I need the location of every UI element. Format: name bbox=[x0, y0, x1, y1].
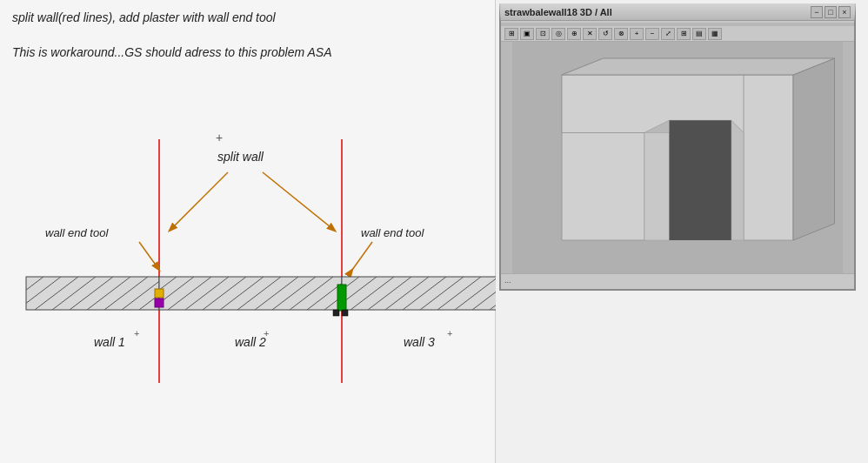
annotation-area: + + + + bbox=[0, 0, 496, 463]
svg-text:+: + bbox=[216, 131, 223, 144]
svg-line-7 bbox=[263, 172, 335, 231]
svg-line-6 bbox=[170, 172, 228, 231]
toolbar-icon-9[interactable]: + bbox=[630, 28, 644, 40]
wall-label-2: wall 2 bbox=[235, 335, 266, 349]
annotation-subtitle: This is workaround...GS should adress to… bbox=[12, 45, 332, 59]
toolbar-icon-10[interactable]: − bbox=[645, 28, 659, 40]
toolbar-icon-3[interactable]: ⊡ bbox=[536, 28, 550, 40]
svg-rect-38 bbox=[342, 277, 496, 310]
svg-marker-65 bbox=[744, 75, 793, 240]
3d-shape-svg bbox=[501, 42, 854, 273]
minimize-button[interactable]: − bbox=[811, 6, 823, 18]
split-wall-label: split wall bbox=[217, 150, 264, 164]
toolbar-icon-6[interactable]: ✕ bbox=[583, 28, 597, 40]
svg-rect-58 bbox=[155, 299, 164, 307]
toolbar-icon-14[interactable]: ▦ bbox=[708, 28, 722, 40]
svg-marker-68 bbox=[731, 120, 744, 240]
svg-rect-61 bbox=[342, 310, 348, 316]
titlebar-buttons: − □ × bbox=[811, 6, 851, 18]
toolbar-icon-12[interactable]: ⊞ bbox=[677, 28, 691, 40]
annotation-title: split wall(red lines), add plaster with … bbox=[12, 10, 276, 24]
wall-end-label-left: wall end tool bbox=[45, 226, 108, 239]
view-3d-toolbar: ⊞ ▣ ⊡ ◎ ⊕ ✕ ↺ ⊗ + − ⤢ ⊞ ▤ ▦ bbox=[501, 26, 854, 42]
svg-rect-57 bbox=[155, 289, 164, 298]
toolbar-icon-7[interactable]: ↺ bbox=[598, 28, 612, 40]
svg-line-10 bbox=[352, 242, 372, 270]
wall-label-3: wall 3 bbox=[404, 335, 435, 349]
view-3d-title: strawbalewall18 3D / All bbox=[504, 7, 811, 17]
svg-rect-59 bbox=[337, 285, 346, 311]
maximize-button[interactable]: □ bbox=[825, 6, 837, 18]
toolbar-icon-1[interactable]: ⊞ bbox=[504, 28, 518, 40]
svg-marker-71 bbox=[562, 58, 835, 75]
close-button[interactable]: × bbox=[838, 6, 851, 18]
svg-rect-13 bbox=[26, 277, 159, 310]
toolbar-icon-8[interactable]: ⊗ bbox=[614, 28, 628, 40]
svg-line-9 bbox=[139, 242, 159, 270]
bottom-toolbar-status: ··· bbox=[504, 278, 851, 286]
wall-label-1: wall 1 bbox=[94, 335, 125, 349]
toolbar-icon-5[interactable]: ⊕ bbox=[567, 28, 581, 40]
view-3d-window: strawbalewall18 3D / All − □ × ⊞ ▣ ⊡ ◎ ⊕… bbox=[499, 3, 856, 291]
wall-end-label-right: wall end tool bbox=[361, 226, 424, 239]
toolbar-icon-4[interactable]: ◎ bbox=[551, 28, 565, 40]
svg-marker-69 bbox=[670, 120, 731, 240]
view-3d-titlebar: strawbalewall18 3D / All − □ × bbox=[501, 3, 854, 21]
svg-marker-66 bbox=[644, 120, 670, 240]
svg-rect-24 bbox=[159, 277, 342, 310]
toolbar-icon-11[interactable]: ⤢ bbox=[661, 28, 675, 40]
toolbar-icon-13[interactable]: ▤ bbox=[692, 28, 706, 40]
svg-rect-60 bbox=[333, 310, 339, 316]
svg-text:+: + bbox=[447, 328, 452, 339]
toolbar-icon-2[interactable]: ▣ bbox=[520, 28, 534, 40]
svg-text:+: + bbox=[134, 328, 139, 339]
view-3d-content: ⊞ ▣ ⊡ ◎ ⊕ ✕ ↺ ⊗ + − ⤢ ⊞ ▤ ▦ bbox=[501, 23, 854, 289]
svg-marker-70 bbox=[793, 58, 835, 240]
view-3d-bottom-toolbar: ··· bbox=[501, 273, 854, 289]
